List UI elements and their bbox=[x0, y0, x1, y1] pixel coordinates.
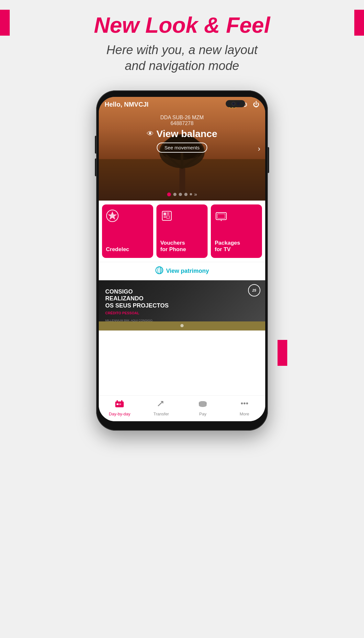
dot-1[interactable] bbox=[167, 192, 171, 196]
subtitle: Here with you, a new layout and navigati… bbox=[6, 42, 358, 74]
more-icon bbox=[240, 399, 249, 410]
ad-footer: MILLENNIUM BIM, AQUI CONSIGO. bbox=[105, 319, 169, 322]
svg-point-32 bbox=[246, 402, 248, 404]
account-number: 64887278 bbox=[170, 121, 193, 126]
action-card-vouchers[interactable]: Vouchersfor Phone bbox=[156, 204, 208, 258]
patrimony-icon bbox=[155, 266, 164, 276]
patrimony-row[interactable]: View patrimony bbox=[99, 262, 265, 280]
svg-point-31 bbox=[244, 402, 245, 404]
account-card-area: DDA SUB-26 MZM 64887278 👁 View balance S… bbox=[99, 115, 265, 153]
credelec-label: Credelec bbox=[106, 246, 149, 253]
phone-screen: Hello, NMVCJI 🔔 ⚙ ⏻ DDA SUB-26 MZM 64887… bbox=[99, 97, 265, 421]
svg-rect-12 bbox=[164, 216, 166, 216]
view-balance-row: 👁 View balance bbox=[147, 128, 217, 139]
ad-title-line1: CONSIGO bbox=[105, 288, 169, 296]
action-card-credelec[interactable]: Credelec bbox=[102, 204, 153, 258]
transfer-icon bbox=[156, 399, 166, 410]
ad-badge: 25 bbox=[248, 284, 260, 296]
ad-banner: CONSIGO REALIZANDO OS SEUS PROJECTOS CRÉ… bbox=[99, 280, 265, 331]
credelec-icon bbox=[106, 209, 149, 225]
svg-rect-26 bbox=[117, 403, 119, 405]
svg-rect-14 bbox=[167, 213, 169, 213]
svg-point-30 bbox=[241, 402, 243, 404]
more-label: More bbox=[240, 412, 249, 416]
camera-lens-secondary bbox=[237, 102, 240, 105]
svg-point-29 bbox=[199, 401, 207, 404]
camera-module bbox=[226, 100, 245, 107]
ad-text-block: CONSIGO REALIZANDO OS SEUS PROJECTOS CRÉ… bbox=[99, 282, 175, 329]
transfer-label: Transfer bbox=[154, 412, 169, 416]
patrimony-text: View patrimony bbox=[166, 268, 209, 274]
bottom-nav: Day-by-day Transfer bbox=[99, 395, 265, 421]
day-by-day-icon bbox=[115, 399, 124, 410]
carousel-dots: » bbox=[99, 191, 265, 197]
phone-mockup: Hello, NMVCJI 🔔 ⚙ ⏻ DDA SUB-26 MZM 64887… bbox=[96, 90, 268, 431]
quick-actions-row: Credelec bbox=[99, 201, 265, 262]
dots-expand-icon[interactable]: » bbox=[194, 191, 197, 197]
ad-carousel-dot bbox=[180, 324, 184, 327]
main-title: New Look & Feel bbox=[6, 13, 358, 37]
white-space-area bbox=[99, 331, 265, 395]
see-movements-button[interactable]: See movements bbox=[157, 143, 207, 153]
svg-rect-24 bbox=[117, 400, 118, 403]
pink-accent-bottom-right bbox=[278, 340, 287, 366]
dot-3[interactable] bbox=[179, 193, 182, 196]
camera-lens-main bbox=[232, 102, 235, 106]
carousel-next-button[interactable]: › bbox=[258, 144, 260, 153]
top-section: New Look & Feel Here with you, a new lay… bbox=[0, 0, 364, 81]
vouchers-label: Vouchersfor Phone bbox=[160, 240, 204, 253]
day-by-day-label: Day-by-day bbox=[109, 412, 130, 416]
nav-item-day-by-day[interactable]: Day-by-day bbox=[99, 399, 141, 416]
dot-4[interactable] bbox=[184, 193, 188, 196]
svg-rect-18 bbox=[217, 214, 225, 218]
pay-icon bbox=[198, 399, 208, 410]
svg-rect-25 bbox=[121, 400, 122, 403]
svg-marker-9 bbox=[108, 211, 117, 220]
tv-icon bbox=[215, 209, 258, 225]
phone-frame: Hello, NMVCJI 🔔 ⚙ ⏻ DDA SUB-26 MZM 64887… bbox=[96, 90, 268, 431]
svg-rect-13 bbox=[164, 217, 166, 218]
dot-5[interactable] bbox=[190, 193, 192, 195]
pink-accent-left bbox=[0, 10, 10, 36]
nav-item-pay[interactable]: Pay bbox=[182, 399, 224, 416]
dot-2[interactable] bbox=[173, 193, 176, 196]
nav-item-transfer[interactable]: Transfer bbox=[141, 399, 182, 416]
eye-icon: 👁 bbox=[147, 130, 154, 138]
hero-banner: Hello, NMVCJI 🔔 ⚙ ⏻ DDA SUB-26 MZM 64887… bbox=[99, 97, 265, 201]
ad-title-line2: REALIZANDO bbox=[105, 295, 169, 302]
pink-accent-right bbox=[354, 10, 364, 36]
svg-rect-27 bbox=[119, 403, 121, 405]
power-icon[interactable]: ⏻ bbox=[253, 101, 259, 108]
svg-rect-15 bbox=[167, 214, 169, 215]
tv-label: Packagesfor TV bbox=[215, 240, 258, 253]
vouchers-icon bbox=[160, 209, 204, 225]
action-card-tv[interactable]: Packagesfor TV bbox=[211, 204, 262, 258]
greeting-text: Hello, NMVCJI bbox=[105, 101, 149, 108]
account-label: DDA SUB-26 MZM bbox=[160, 115, 204, 121]
svg-rect-16 bbox=[167, 216, 169, 218]
svg-rect-11 bbox=[164, 213, 166, 215]
pay-label: Pay bbox=[199, 412, 206, 416]
nav-item-more[interactable]: More bbox=[224, 399, 266, 416]
ad-title-line3: OS SEUS PROJECTOS bbox=[105, 302, 169, 309]
ad-subtitle: CRÉDITO PESSOAL bbox=[105, 311, 169, 315]
view-balance-text[interactable]: View balance bbox=[156, 128, 217, 139]
